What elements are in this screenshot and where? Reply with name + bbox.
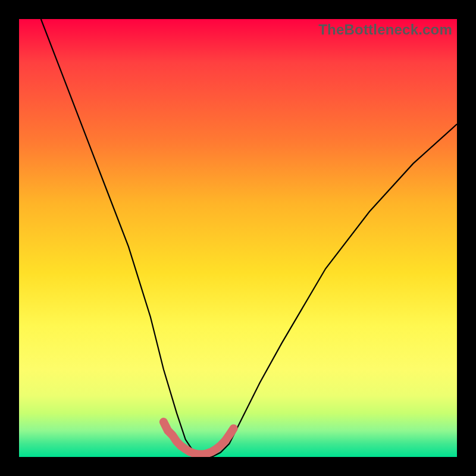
chart-frame: TheBottleneck.com [0, 0, 476, 476]
chart-svg [19, 19, 457, 457]
chart-plot-area: TheBottleneck.com [19, 19, 457, 457]
bottleneck-curve-path [41, 19, 457, 457]
